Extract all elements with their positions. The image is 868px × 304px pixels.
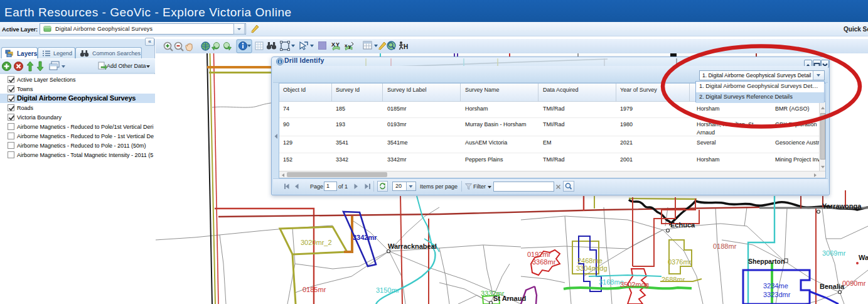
svg-text:0376mr: 0376mr bbox=[668, 258, 692, 266]
svg-text:2468me: 2468me bbox=[577, 257, 603, 264]
svg-text:3502mdg: 3502mdg bbox=[620, 281, 649, 288]
svg-text:War: War bbox=[859, 254, 868, 261]
svg-text:2688mr: 2688mr bbox=[662, 276, 685, 283]
svg-text:3368mr: 3368mr bbox=[532, 258, 556, 266]
svg-text:3150mr: 3150mr bbox=[376, 286, 400, 294]
svg-text:H: H bbox=[404, 43, 408, 50]
svg-text:Benalia: Benalia bbox=[820, 283, 845, 290]
svg-text:0188mr: 0188mr bbox=[713, 242, 737, 250]
svg-text:3323dmr: 3323dmr bbox=[763, 291, 791, 298]
svg-text:x: x bbox=[345, 43, 348, 48]
svg-text:X: X bbox=[331, 41, 335, 48]
svg-text:3342mr: 3342mr bbox=[353, 234, 377, 241]
svg-text:0192mr: 0192mr bbox=[527, 251, 551, 258]
svg-text:3234me: 3234me bbox=[763, 282, 788, 290]
svg-text:Y: Y bbox=[336, 41, 340, 48]
svg-text:Echuca: Echuca bbox=[670, 221, 695, 229]
svg-text:0185mr: 0185mr bbox=[303, 286, 326, 293]
svg-text:3069mr: 3069mr bbox=[822, 249, 846, 257]
svg-text:3020mr_2: 3020mr_2 bbox=[301, 239, 332, 246]
svg-text:y: y bbox=[348, 43, 351, 49]
svg-text:Yarrawonga: Yarrawonga bbox=[822, 202, 862, 210]
svg-text:St Arnaud: St Arnaud bbox=[493, 295, 526, 302]
svg-text:Shepparton: Shepparton bbox=[748, 258, 785, 265]
svg-text:3304mrdg: 3304mrdg bbox=[576, 264, 608, 272]
svg-text:0090mr: 0090mr bbox=[842, 280, 866, 287]
svg-text:Warracknabeal: Warracknabeal bbox=[388, 242, 437, 250]
